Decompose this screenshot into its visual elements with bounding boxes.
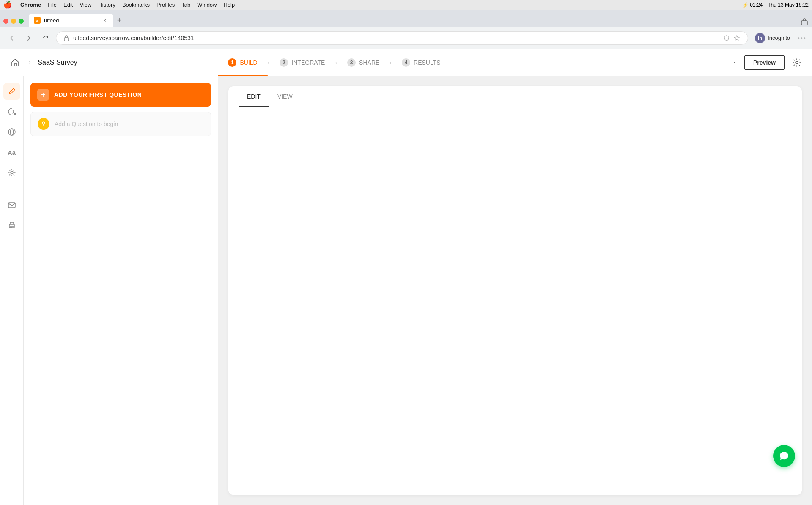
forward-button[interactable] — [22, 31, 36, 45]
back-button[interactable] — [5, 31, 19, 45]
shield-icon — [722, 34, 731, 42]
app-name[interactable]: Chrome — [20, 2, 41, 8]
edit-tool-button[interactable] — [3, 83, 20, 100]
svg-text:u: u — [36, 19, 38, 22]
file-menu[interactable]: File — [48, 2, 57, 8]
share-tab-label: SHARE — [359, 59, 379, 66]
nav-tabs: 1 BUILD › 2 INTEGRATE › 3 SHARE › 4 — [218, 49, 450, 76]
tab-bar: u uifeed × + — [0, 10, 812, 27]
help-menu[interactable]: Help — [224, 2, 235, 8]
left-toolbar: Aa — [0, 76, 24, 505]
window-menu[interactable]: Window — [197, 2, 217, 8]
share-tab-num: 3 — [347, 58, 356, 67]
svg-rect-3 — [64, 38, 69, 41]
svg-point-15 — [14, 225, 14, 226]
integrate-tab-label: INTEGRATE — [291, 59, 325, 66]
app-content: › SaaS Survey 1 BUILD › 2 INTEGRATE › 3 — [0, 49, 812, 505]
address-input[interactable]: uifeed.surveysparrow.com/builder/edit/14… — [56, 31, 748, 45]
question-pin-icon — [38, 118, 49, 130]
address-bar: uifeed.surveysparrow.com/builder/edit/14… — [0, 27, 812, 49]
more-button[interactable] — [797, 33, 807, 43]
preview-content — [228, 107, 802, 495]
question-placeholder-text: Add a Question to begin — [55, 121, 118, 127]
header-actions: ··· Preview — [725, 55, 804, 70]
svg-point-5 — [801, 37, 803, 38]
apple-menu[interactable]: 🍎 — [3, 1, 12, 9]
build-tab-label: BUILD — [240, 59, 257, 66]
design-tool-button[interactable] — [3, 103, 20, 120]
preview-tabs: EDIT VIEW — [228, 86, 802, 107]
preview-area: EDIT VIEW — [218, 76, 812, 505]
new-tab-button[interactable]: + — [113, 14, 125, 26]
results-tab[interactable]: 4 RESULTS — [392, 49, 451, 76]
preview-button[interactable]: Preview — [744, 55, 785, 70]
svg-rect-14 — [9, 224, 14, 228]
gear-tool-button[interactable] — [3, 164, 20, 181]
build-tab-num: 1 — [228, 58, 236, 67]
close-dot[interactable] — [3, 19, 8, 24]
add-question-button[interactable]: + ADD YOUR FIRST QUESTION — [30, 83, 211, 107]
text-tool-button[interactable]: Aa — [3, 144, 20, 161]
add-question-plus-icon: + — [37, 89, 49, 101]
app-header: › SaaS Survey 1 BUILD › 2 INTEGRATE › 3 — [0, 49, 812, 76]
add-question-label: ADD YOUR FIRST QUESTION — [54, 91, 142, 98]
star-icon[interactable] — [732, 34, 741, 42]
view-menu[interactable]: View — [80, 2, 91, 8]
main-layout: Aa + ADD YOUR FIRST QUESTION — [0, 76, 812, 505]
maximize-dot[interactable] — [19, 19, 24, 24]
integrate-tab-num: 2 — [280, 58, 288, 67]
edit-tab[interactable]: EDIT — [239, 86, 269, 107]
svg-point-4 — [798, 37, 800, 38]
address-icons — [722, 34, 741, 42]
profile-button[interactable]: In Incognito — [752, 31, 793, 45]
home-button[interactable] — [8, 56, 22, 69]
settings-button[interactable] — [790, 56, 804, 69]
preview-card: EDIT VIEW — [228, 86, 802, 495]
tab-title: uifeed — [44, 17, 98, 24]
chrome-window: u uifeed × + uifeed.surveysparrow.com/bu… — [0, 10, 812, 505]
text-tool-label: Aa — [8, 149, 16, 156]
reload-button[interactable] — [39, 31, 52, 45]
profile-label: Incognito — [768, 35, 790, 41]
minimize-dot[interactable] — [11, 19, 16, 24]
build-tab[interactable]: 1 BUILD — [218, 49, 267, 76]
mail-tool-button[interactable] — [3, 196, 20, 213]
more-options-button[interactable]: ··· — [725, 56, 739, 69]
question-placeholder-item[interactable]: Add a Question to begin — [30, 112, 211, 136]
edit-menu[interactable]: Edit — [63, 2, 73, 8]
history-menu[interactable]: History — [98, 2, 115, 8]
profile-avatar: In — [755, 33, 765, 43]
globe-tool-button[interactable] — [3, 124, 20, 140]
svg-point-8 — [14, 113, 16, 115]
toolbar-right: In Incognito — [752, 31, 807, 45]
battery-indicator: ⚡ 01:24 — [742, 2, 763, 8]
svg-rect-2 — [801, 21, 807, 25]
clock: Thu 13 May 18:22 — [768, 2, 809, 8]
profiles-menu[interactable]: Profiles — [156, 2, 175, 8]
svg-point-16 — [42, 122, 45, 124]
print-tool-button[interactable] — [3, 217, 20, 233]
active-tab[interactable]: u uifeed × — [29, 14, 113, 27]
tab-bar-right — [800, 18, 809, 26]
chat-bubble-button[interactable] — [773, 445, 795, 467]
svg-point-7 — [796, 61, 798, 64]
integrate-tab[interactable]: 2 INTEGRATE — [269, 49, 335, 76]
share-tab[interactable]: 3 SHARE — [337, 49, 390, 76]
lock-icon — [63, 35, 70, 41]
view-tab[interactable]: VIEW — [269, 86, 301, 107]
svg-point-6 — [804, 37, 806, 38]
tab-close-button[interactable]: × — [102, 17, 108, 24]
sidebar: + ADD YOUR FIRST QUESTION Add a Question… — [24, 76, 218, 505]
tab-favicon: u — [34, 17, 41, 24]
survey-title: SaaS Survey — [38, 59, 77, 66]
tab-menu[interactable]: Tab — [181, 2, 190, 8]
results-tab-label: RESULTS — [414, 59, 441, 66]
address-text: uifeed.surveysparrow.com/builder/edit/14… — [73, 35, 719, 41]
breadcrumb-separator: › — [29, 59, 31, 66]
results-tab-num: 4 — [402, 58, 410, 67]
svg-point-12 — [11, 171, 13, 174]
menu-bar: 🍎 Chrome File Edit View History Bookmark… — [0, 0, 812, 10]
window-controls — [3, 19, 24, 24]
bookmarks-menu[interactable]: Bookmarks — [122, 2, 150, 8]
svg-rect-13 — [8, 203, 15, 208]
